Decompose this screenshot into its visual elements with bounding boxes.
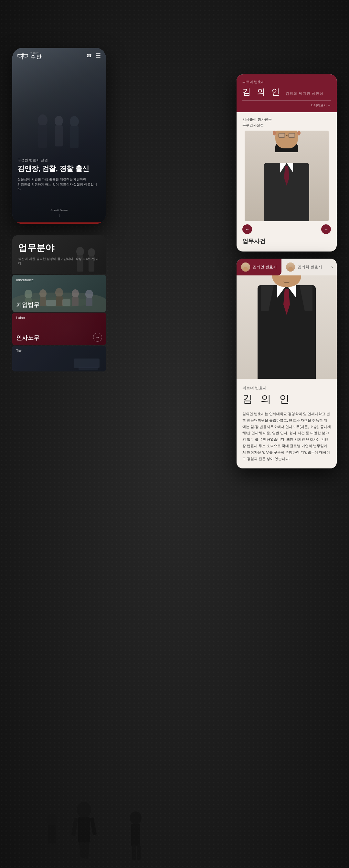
section-label-bottom: 업무사건 <box>236 234 337 245</box>
practice-card-inheritance[interactable]: Inheritance 기업법무 <box>12 275 106 312</box>
svg-point-20 <box>55 288 63 297</box>
phone-left: 법무법인 수안 ☎ ☰ 구성원 변호사 전원 김앤장, 검찰, 경찰 출신 전문… <box>12 48 106 224</box>
lawyer-suit <box>264 163 309 221</box>
svg-rect-26 <box>46 300 56 306</box>
lawyer-tag-1: 검사출신 형사전문 <box>242 117 331 123</box>
svg-rect-21 <box>56 297 63 306</box>
lawyer-tabs: 김의인 변호사 김의희 변호사 › <box>236 259 337 275</box>
detail-suit <box>258 285 316 379</box>
lawyer-other-names: 김의희 박지환 성현상 <box>286 91 323 96</box>
hero-desc: 전문성에 기반한 가장 훌륭한 해결책을 제공하여 의뢰인을 감동하게 하는 것… <box>18 177 101 192</box>
svg-rect-27 <box>62 299 70 306</box>
header-icons: ☎ ☰ <box>86 52 101 59</box>
lawyer-tags: 검사출신 형사전문 우수검사선정 <box>236 112 337 131</box>
work-section: 업무분야 섹션에 대한 필요한 설명이 들어갑니다. 작성 부탁드립니다. <box>12 235 106 372</box>
work-title: 업무분야 <box>18 242 100 254</box>
tab-label-1: 김의인 변호사 <box>253 265 277 270</box>
lawyer-tie <box>284 166 289 186</box>
svg-rect-23 <box>72 297 78 306</box>
practice-card-labor[interactable]: Labor 인사노무 → <box>12 313 106 345</box>
svg-point-38 <box>130 811 141 824</box>
phone-header: 법무법인 수안 ☎ ☰ <box>12 48 106 63</box>
svg-rect-3 <box>55 125 63 147</box>
partner-label: 파트너 변호사 <box>242 80 331 84</box>
menu-icon[interactable]: ☰ <box>96 52 101 59</box>
svg-point-4 <box>70 116 79 127</box>
svg-rect-29 <box>78 817 90 843</box>
practice-label-2: 인사노무 <box>16 334 39 342</box>
scroll-down: Scroll Down ↓ <box>51 209 68 218</box>
svg-rect-36 <box>49 843 52 856</box>
svg-rect-5 <box>70 126 78 148</box>
lawyer-detail-info: 파트너 변호사 김 의 인 김의인 변호사는 연세대학교 경영학과 및 연세대학… <box>236 379 337 468</box>
tab-kim-uihee[interactable]: 김의희 변호사 <box>282 259 326 275</box>
lawyer-detail-photo <box>236 275 337 379</box>
lawyer-card: 파트너 변호사 김 의 인 김의희 박지환 성현상 자세히보기 → 검사출신 형… <box>236 74 337 251</box>
svg-rect-39 <box>131 824 140 846</box>
svg-point-28 <box>77 802 91 818</box>
svg-point-22 <box>72 289 79 298</box>
scroll-down-text: Scroll Down <box>51 209 68 212</box>
logo-icon <box>18 51 28 60</box>
svg-rect-32 <box>71 818 78 836</box>
lawyer-card-header: 파트너 변호사 김 의 인 김의희 박지환 성현상 자세히보기 → <box>236 74 337 112</box>
phone-bottom-bar <box>12 222 106 224</box>
lawyer-name-row: 김 의 인 김의희 박지환 성현상 <box>242 86 331 98</box>
svg-rect-7 <box>22 54 23 60</box>
bottom-silhouettes <box>32 797 162 862</box>
practice-card-tax[interactable]: Tax <box>12 346 106 371</box>
svg-rect-37 <box>53 843 56 856</box>
bottom-figures <box>32 790 252 862</box>
divider <box>242 100 331 100</box>
glass-right <box>289 133 295 138</box>
practice-tag-2: Labor <box>16 316 25 320</box>
lawyer-head <box>275 131 298 148</box>
work-header-card: 업무분야 섹션에 대한 필요한 설명이 들어갑니다. 작성 부탁드립니다. <box>12 235 106 274</box>
svg-rect-1 <box>38 125 47 148</box>
scroll-arrow-icon: ↓ <box>51 213 68 218</box>
svg-rect-41 <box>137 845 140 860</box>
svg-rect-10 <box>22 53 24 55</box>
svg-point-0 <box>38 115 47 126</box>
tax-overlay <box>12 346 106 371</box>
svg-rect-35 <box>48 825 56 844</box>
phone-icon[interactable]: ☎ <box>86 53 92 58</box>
svg-point-34 <box>46 814 57 825</box>
tab-label-2: 김의희 변호사 <box>297 265 322 270</box>
detail-bio: 김의인 변호사는 연세대학교 경영학과 및 연세대학교 법학 전문대학원을 졸업… <box>242 411 331 462</box>
hero-background <box>12 48 106 224</box>
lawyer-detail-panel: 김의인 변호사 김의희 변호사 › <box>236 259 337 468</box>
hero-title: 김앤장, 검찰, 경찰 출신 <box>18 164 101 173</box>
tab-avatar-2 <box>286 262 295 272</box>
lawyer-main-name: 김 의 인 <box>242 86 282 98</box>
svg-rect-25 <box>86 298 92 306</box>
lawyer-tag-2: 우수검사선정 <box>242 123 331 128</box>
svg-rect-33 <box>90 817 97 835</box>
svg-point-16 <box>25 290 32 299</box>
work-desc: 섹션에 대한 필요한 설명이 들어갑니다. 작성 부탁드립니다. <box>18 257 100 266</box>
svg-rect-40 <box>132 845 136 860</box>
practice-tag-3: Tax <box>16 349 22 353</box>
logo: 법무법인 수안 <box>18 51 42 60</box>
svg-point-24 <box>85 290 93 299</box>
tab-avatar-1 <box>241 262 250 272</box>
svg-point-18 <box>39 289 46 298</box>
lawyer-photo <box>245 131 329 221</box>
hero-subtitle: 구성원 변호사 전원 <box>18 158 101 163</box>
tab-kim-uiin[interactable]: 김의인 변호사 <box>236 259 282 275</box>
hero-content: 구성원 변호사 전원 김앤장, 검찰, 경찰 출신 전문성에 기반한 가장 훌륭… <box>18 158 101 192</box>
see-more-link[interactable]: 자세히보기 → <box>242 103 331 107</box>
tab-scroll-indicator: › <box>331 265 333 270</box>
photo-nav: ← → <box>236 221 337 234</box>
next-button[interactable]: → <box>321 224 331 234</box>
logo-text: 수안 <box>30 54 42 60</box>
labor-arrow[interactable]: → <box>93 333 102 342</box>
detail-head <box>272 275 301 287</box>
detail-name: 김 의 인 <box>242 392 331 406</box>
svg-rect-19 <box>40 297 46 306</box>
svg-point-2 <box>55 116 63 126</box>
practice-tag-1: Inheritance <box>16 278 34 282</box>
prev-button[interactable]: ← <box>242 224 252 234</box>
glass-left <box>279 133 285 138</box>
detail-partner-label: 파트너 변호사 <box>242 385 331 391</box>
